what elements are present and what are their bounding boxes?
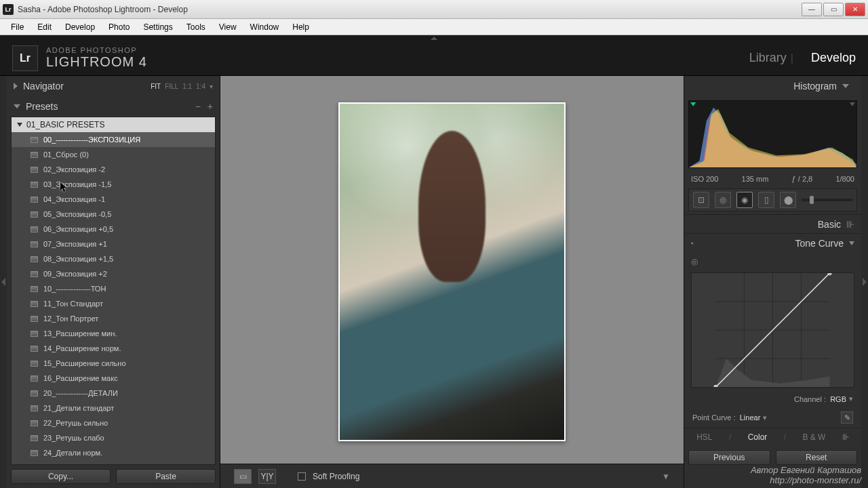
nav-ratio-dropdown-icon[interactable]: ▾ xyxy=(210,83,213,90)
brush-tool-icon[interactable]: ⬤ xyxy=(780,192,796,208)
preset-item[interactable]: 02_Экспозиция -2 xyxy=(12,162,215,177)
preset-icon xyxy=(31,375,38,382)
meta-focal: 135 mm xyxy=(742,175,769,183)
maximize-button[interactable]: ▭ xyxy=(823,3,844,16)
softproof-checkbox[interactable] xyxy=(298,472,306,481)
brand-line2: LIGHTROOM 4 xyxy=(46,54,147,70)
preset-label: 08_Экспозиция +1,5 xyxy=(43,253,113,264)
preset-item[interactable]: 06_Экспозиция +0,5 xyxy=(12,222,215,237)
navigator-header[interactable]: Navigator FIT FILL 1:1 1:4 ▾ xyxy=(7,76,220,96)
preset-icon xyxy=(31,301,38,307)
menu-settings[interactable]: Settings xyxy=(136,20,179,34)
spot-tool-icon[interactable]: ◎ xyxy=(715,192,731,208)
preset-item[interactable]: 24_Детали норм. xyxy=(12,445,215,460)
preset-item[interactable]: 05_Экспозиция -0,5 xyxy=(12,207,215,222)
histogram-header[interactable]: Histogram xyxy=(684,76,861,96)
nav-1-1[interactable]: 1:1 xyxy=(182,83,192,90)
preset-item[interactable]: 08_Экспозиция +1,5 xyxy=(12,251,215,266)
nav-1-4[interactable]: 1:4 xyxy=(196,83,205,90)
preset-item[interactable]: 15_Расширение сильно xyxy=(12,356,215,371)
brush-slider[interactable] xyxy=(802,199,852,201)
preset-item[interactable]: 25_Детали среднее xyxy=(12,460,215,465)
minimize-button[interactable]: — xyxy=(802,3,822,16)
photo-preview[interactable] xyxy=(338,102,566,441)
nav-fill[interactable]: FILL xyxy=(165,83,178,90)
basic-toggle-icon[interactable]: ⊪ xyxy=(846,219,854,230)
preset-folder[interactable]: 01_BASIC PRESETS xyxy=(12,117,215,132)
preset-icon xyxy=(31,331,38,337)
preset-label: 03_Экспозиция -1,5 xyxy=(43,179,111,190)
bw-tab[interactable]: B & W xyxy=(802,432,825,442)
nav-fit[interactable]: FIT xyxy=(151,83,161,90)
menu-file[interactable]: File xyxy=(4,20,31,34)
preset-item[interactable]: 07_Экспозиция +1 xyxy=(12,237,215,251)
preset-item[interactable]: 20_-------------ДЕТАЛИ xyxy=(12,386,215,401)
histogram[interactable] xyxy=(688,100,857,168)
preset-item[interactable]: 12_Тон Портрет xyxy=(12,311,215,326)
right-panel: Histogram ISO 200 135 mm ƒ / 2,8 1/800 xyxy=(684,76,861,488)
app-icon: Lr xyxy=(3,4,14,15)
hsl-toggle-icon[interactable]: ⊪ xyxy=(842,432,849,442)
loupe-view-icon[interactable]: ▭ xyxy=(234,469,252,484)
right-edge-toggle[interactable] xyxy=(861,76,868,488)
color-tab[interactable]: Color xyxy=(748,432,768,442)
crop-tool-icon[interactable]: ⊡ xyxy=(693,192,709,208)
preset-item[interactable]: 14_Расширение норм. xyxy=(12,341,215,356)
curve-edit-icon[interactable]: ✎ xyxy=(841,411,853,424)
top-gripper[interactable] xyxy=(0,35,868,41)
add-preset-icon[interactable]: + xyxy=(208,101,213,112)
module-develop[interactable]: Develop xyxy=(811,51,856,65)
paste-button[interactable]: Paste xyxy=(116,469,216,484)
copy-button[interactable]: Copy... xyxy=(11,469,111,484)
tc-switch-icon[interactable]: ▪ xyxy=(691,239,694,247)
preset-item[interactable]: 13_Расширение мин. xyxy=(12,326,215,341)
preset-item[interactable]: 23_Ретушь слабо xyxy=(12,430,215,445)
module-library[interactable]: Library xyxy=(749,51,787,65)
preset-item[interactable]: 16_Расширение макс xyxy=(12,371,215,386)
basic-header[interactable]: Basic ⊪ xyxy=(684,214,861,233)
preset-item[interactable]: 04_Экспозиция -1 xyxy=(12,192,215,207)
collapse-icon[interactable]: − xyxy=(195,101,201,112)
toolbar-dropdown-icon[interactable]: ▼ xyxy=(662,472,670,481)
preset-label: 24_Детали норм. xyxy=(43,447,102,458)
menu-window[interactable]: Window xyxy=(243,20,286,34)
preset-icon xyxy=(31,271,38,277)
preset-item[interactable]: 09_Экспозиция +2 xyxy=(12,266,215,281)
tonecurve-header[interactable]: ▪ Tone Curve xyxy=(684,233,861,252)
preset-item[interactable]: 11_Тон Стандарт xyxy=(12,296,215,311)
menu-help[interactable]: Help xyxy=(285,20,316,34)
preset-item[interactable]: 01_Сброс (0) xyxy=(12,147,215,162)
pointcurve-value[interactable]: Linear xyxy=(740,413,761,422)
preset-item[interactable]: 10_--------------ТОН xyxy=(12,281,215,296)
navigator-title: Navigator xyxy=(23,81,64,92)
preset-item[interactable]: 00_-------------ЭКСПОЗИЦИЯ xyxy=(12,132,215,147)
reset-button[interactable]: Reset xyxy=(776,450,858,465)
menu-develop[interactable]: Develop xyxy=(58,20,102,34)
presets-list[interactable]: 01_BASIC PRESETS 00_-------------ЭКСПОЗИ… xyxy=(11,117,216,465)
hsl-header: HSL/ Color/ B & W ⊪ xyxy=(684,428,861,446)
preset-item[interactable]: 03_Экспозиция -1,5 xyxy=(12,177,215,192)
menu-edit[interactable]: Edit xyxy=(31,20,58,34)
close-button[interactable]: ✕ xyxy=(845,3,865,16)
preset-item[interactable]: 22_Ретушь сильно xyxy=(12,415,215,430)
pointcurve-dropdown-icon[interactable]: ▾ xyxy=(763,413,767,422)
channel-dropdown-icon[interactable]: ▾ xyxy=(849,394,853,403)
preset-icon xyxy=(31,435,38,441)
compare-view-icon[interactable]: Y|Y xyxy=(258,469,276,484)
preset-item[interactable]: 21_Детали стандарт xyxy=(12,401,215,415)
previous-button[interactable]: Previous xyxy=(688,450,770,465)
gradient-tool-icon[interactable]: ▯ xyxy=(758,192,774,208)
meta-shutter: 1/800 xyxy=(835,175,854,183)
target-adjust-icon[interactable]: ◎ xyxy=(691,257,698,266)
histogram-title: Histogram xyxy=(793,81,837,92)
menu-view[interactable]: View xyxy=(212,20,243,34)
menu-photo[interactable]: Photo xyxy=(102,20,136,34)
menu-tools[interactable]: Tools xyxy=(180,20,212,34)
left-edge-toggle[interactable] xyxy=(0,76,7,488)
tone-curve[interactable] xyxy=(691,272,854,388)
canvas[interactable]: ▭ Y|Y Soft Proofing ▼ xyxy=(220,76,684,488)
hsl-tab[interactable]: HSL xyxy=(696,432,712,442)
channel-value[interactable]: RGB xyxy=(830,395,846,403)
presets-header[interactable]: Presets − + xyxy=(7,96,220,117)
redeye-tool-icon[interactable]: ◉ xyxy=(736,192,753,208)
